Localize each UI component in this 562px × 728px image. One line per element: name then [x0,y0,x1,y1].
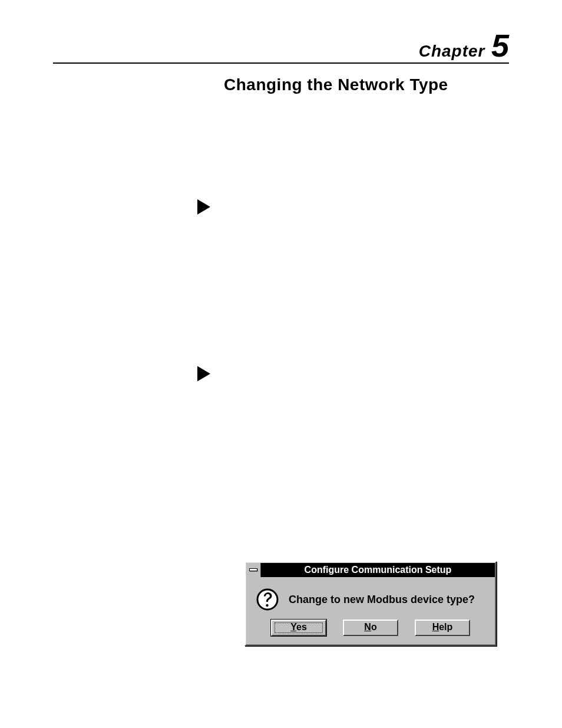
help-button[interactable]: Help [415,620,470,636]
page-title: Changing the Network Type [224,75,509,94]
header-rule [53,62,509,64]
triangle-bullet-icon [197,366,210,381]
no-hotkey: N [364,622,371,632]
page: Chapter 5 Changing the Network Type Conf… [0,0,562,728]
chapter-number: 5 [491,28,509,63]
yes-label-rest: es [296,622,307,632]
chapter-word: Chapter [419,42,485,60]
help-hotkey: H [432,622,439,632]
dialog-message: Change to new Modbus device type? [289,594,475,606]
dialog-body: Change to new Modbus device type? [246,577,495,617]
dialog-button-row: Yes No Help [246,617,495,644]
no-label-rest: o [371,622,377,632]
yes-button[interactable]: Yes [271,620,326,636]
confirm-dialog: Configure Communication Setup Change to … [244,561,497,646]
question-icon [256,588,279,611]
svg-point-1 [266,604,268,607]
dialog-title: Configure Communication Setup [261,563,495,577]
no-button[interactable]: No [343,620,398,636]
triangle-bullet-icon [197,199,210,215]
system-menu-icon[interactable] [246,563,261,577]
chapter-label: Chapter 5 [419,29,509,61]
dialog-titlebar: Configure Communication Setup [246,563,495,577]
yes-hotkey: Y [290,622,296,632]
help-label-rest: elp [439,622,452,632]
